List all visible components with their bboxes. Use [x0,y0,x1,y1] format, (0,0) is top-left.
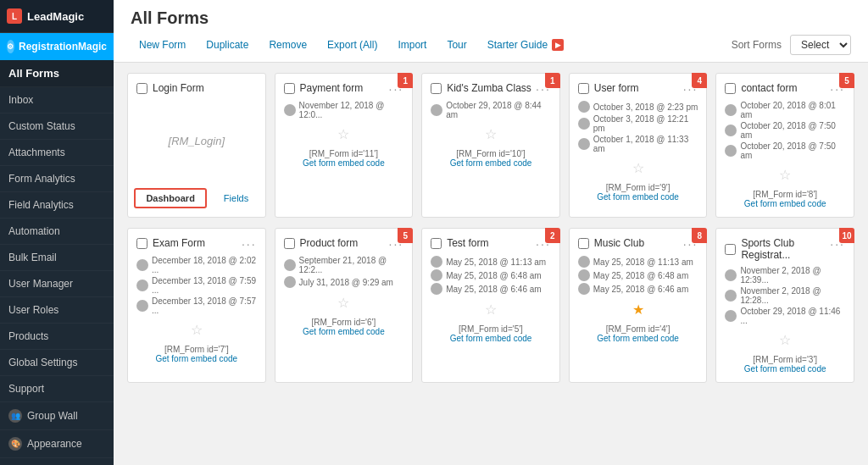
plugin-header[interactable]: ⚙ RegistrationMagic [0,33,114,60]
form-name-sports: Sports Club Registrat... [741,237,830,261]
form-star-exam[interactable]: ☆ [136,322,257,338]
sidebar-item-bulk-email[interactable]: Bulk Email [0,245,114,271]
embed-link-sports[interactable]: Get form embed code [744,364,826,374]
form-menu-exam[interactable]: ··· [242,237,257,251]
sidebar-item-inbox[interactable]: Inbox [0,87,114,113]
form-card-exam: Exam Form ··· December 18, 2018 @ 2:02 .… [127,228,266,383]
avatar-icon [136,259,148,271]
fields-button[interactable]: Fields [214,188,259,208]
form-footer-user: [RM_Form id='9'] Get form embed code [578,183,698,202]
form-footer-payment: [RM_Form id='11'] Get form embed code [284,149,404,168]
form-star-contact[interactable]: ☆ [725,167,845,183]
sidebar-item-form-analytics[interactable]: Form Analytics [0,166,114,192]
form-badge-product: 5 [398,228,413,243]
plugin-label: RegistrationMagic [19,41,107,53]
form-star-product[interactable]: ☆ [284,295,404,311]
sidebar-item-attachments[interactable]: Attachments [0,140,114,166]
sort-forms-select[interactable]: Select [790,35,851,55]
sidebar-item-custom-status[interactable]: Custom Status [0,113,114,140]
form-card-login: Login Form [RM_Login] Dashboard Fields [127,73,266,218]
form-checkbox-login[interactable] [136,83,147,94]
sidebar-item-plugins[interactable]: 🔌 Plugins 10 [0,458,114,465]
sidebar-item-group-wall[interactable]: 👥 Group Wall [0,402,114,430]
form-star-music[interactable]: ★ [578,302,698,318]
sidebar-item-products[interactable]: Products [0,324,114,350]
embed-link-test[interactable]: Get form embed code [450,334,532,343]
tour-button[interactable]: Tour [438,36,475,54]
embed-link-product[interactable]: Get form embed code [303,327,385,336]
form-checkbox-exam[interactable] [136,238,147,249]
form-star-sports[interactable]: ☆ [725,332,845,348]
avatar-icon [136,300,148,312]
avatar-icon [431,104,442,116]
form-footer-zumba: [RM_Form id='10'] Get form embed code [431,149,551,168]
avatar-icon [284,259,296,271]
sidebar-item-support[interactable]: Support [0,376,114,402]
sidebar-item-appearance[interactable]: 🎨 Appearance [0,430,114,458]
embed-link-music[interactable]: Get form embed code [597,334,679,343]
logo-icon: L [7,8,22,24]
avatar-icon [578,256,590,268]
avatar-icon [578,283,590,295]
starter-guide-button[interactable]: Starter Guide ▶ [479,36,573,55]
remove-button[interactable]: Remove [260,36,315,54]
form-name-contact: contact form [741,82,797,94]
form-badge-zumba: 1 [545,73,560,88]
form-badge-payment: 1 [398,73,413,88]
form-checkbox-sports[interactable] [725,244,736,255]
avatar-icon [431,283,442,295]
form-checkbox-payment[interactable] [284,83,295,94]
form-name-exam: Exam Form [153,237,205,249]
form-entries-zumba: October 29, 2018 @ 8:44 am [431,101,551,119]
avatar-icon [136,280,148,291]
form-card-product: 5 Product form ··· September 21, 2018 @ … [275,228,414,383]
form-name-product: Product form [300,237,359,249]
form-footer-sports: [RM_Form id='3'] Get form embed code [725,355,845,374]
new-form-button[interactable]: New Form [131,36,194,54]
sidebar-item-user-manager[interactable]: User Manager [0,271,114,297]
form-checkbox-zumba[interactable] [431,83,442,94]
form-checkbox-music[interactable] [578,238,589,249]
avatar-icon [725,125,737,136]
sidebar-item-automation[interactable]: Automation [0,219,114,245]
main-header: All Forms New Form Duplicate Remove Expo… [114,0,868,63]
form-card-sports: 10 Sports Club Registrat... ··· November… [715,228,854,383]
sidebar-item-all-forms[interactable]: All Forms [0,60,114,87]
embed-link-contact[interactable]: Get form embed code [744,199,826,208]
form-card-payment: 1 Payment form ··· November 12, 2018 @ 1… [275,73,414,218]
embed-link-user[interactable]: Get form embed code [597,192,679,202]
import-button[interactable]: Import [389,36,435,54]
sidebar-item-field-analytics[interactable]: Field Analytics [0,192,114,219]
export-button[interactable]: Export (All) [319,36,386,54]
form-card-contact: 5 contact form ··· October 20, 2018 @ 8:… [715,73,854,218]
avatar-icon [725,104,737,116]
page-title: All Forms [131,8,851,28]
form-footer-music: [RM_Form id='4'] Get form embed code [578,324,698,343]
embed-link-exam[interactable]: Get form embed code [155,354,237,363]
avatar-icon [578,118,590,130]
forms-grid: Login Form [RM_Login] Dashboard Fields 1 [114,63,868,465]
form-star-test[interactable]: ☆ [431,302,551,318]
form-star-user[interactable]: ☆ [578,160,698,176]
sidebar-item-global-settings[interactable]: Global Settings [0,350,114,376]
form-checkbox-contact[interactable] [725,83,736,94]
form-star-payment[interactable]: ☆ [284,126,404,142]
form-badge-music: 8 [692,228,707,243]
form-checkbox-test[interactable] [431,238,442,249]
embed-link-zumba[interactable]: Get form embed code [450,158,532,168]
toolbar: New Form Duplicate Remove Export (All) I… [131,35,851,62]
form-entries-exam: December 18, 2018 @ 2:02 ... December 13… [136,256,257,315]
form-checkbox-user[interactable] [578,83,589,94]
form-name-test: Test form [447,237,488,249]
starter-guide-icon: ▶ [552,39,564,51]
form-footer-test: [RM_Form id='5'] Get form embed code [431,324,551,343]
dashboard-button[interactable]: Dashboard [134,188,206,208]
sidebar-item-user-roles[interactable]: User Roles [0,297,114,324]
form-card-kids-zumba: 1 Kid's Zumba Class ··· October 29, 2018… [421,73,560,218]
embed-link-payment[interactable]: Get form embed code [303,158,385,168]
form-checkbox-product[interactable] [284,238,295,249]
form-entries-sports: November 2, 2018 @ 12:39... November 2, … [725,266,845,325]
leadmagic-logo[interactable]: L LeadMagic [0,0,114,33]
duplicate-button[interactable]: Duplicate [198,36,257,54]
form-star-zumba[interactable]: ☆ [431,126,551,142]
